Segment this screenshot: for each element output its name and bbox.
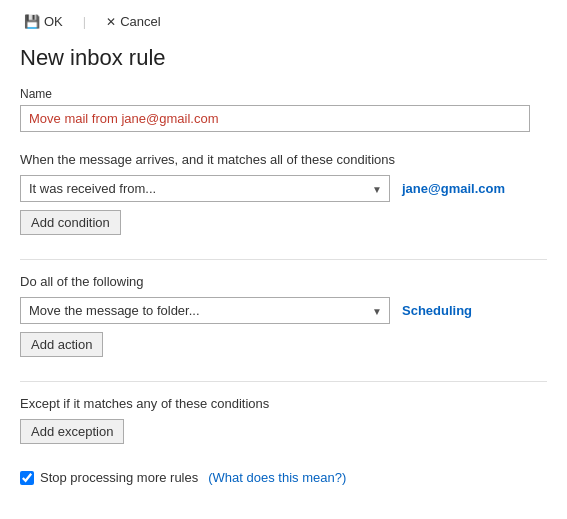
- conditions-dropdown-wrapper: It was received from... ▼: [20, 175, 390, 202]
- exceptions-section: Except if it matches any of these condit…: [20, 396, 547, 460]
- conditions-section: When the message arrives, and it matches…: [20, 152, 547, 251]
- stop-processing-label[interactable]: Stop processing more rules: [40, 470, 198, 485]
- actions-description: Do all of the following: [20, 274, 547, 289]
- actions-row: Move the message to folder... ▼ Scheduli…: [20, 297, 547, 324]
- stop-processing-checkbox[interactable]: [20, 471, 34, 485]
- name-label: Name: [20, 87, 547, 101]
- cancel-icon: ✕: [106, 15, 116, 29]
- actions-dropdown-wrapper: Move the message to folder... ▼: [20, 297, 390, 324]
- toolbar: 💾 OK | ✕ Cancel: [20, 12, 547, 31]
- conditions-dropdown[interactable]: It was received from...: [20, 175, 390, 202]
- what-does-this-mean-link[interactable]: (What does this mean?): [208, 470, 346, 485]
- save-icon: 💾: [24, 14, 40, 29]
- ok-button[interactable]: 💾 OK: [20, 12, 67, 31]
- actions-section: Do all of the following Move the message…: [20, 274, 547, 373]
- actions-link-value[interactable]: Scheduling: [402, 303, 472, 318]
- toolbar-separator: |: [83, 14, 86, 29]
- conditions-description: When the message arrives, and it matches…: [20, 152, 547, 167]
- name-input[interactable]: [20, 105, 530, 132]
- divider-2: [20, 381, 547, 382]
- add-action-button[interactable]: Add action: [20, 332, 103, 357]
- add-condition-button[interactable]: Add condition: [20, 210, 121, 235]
- stop-processing-row: Stop processing more rules (What does th…: [20, 470, 547, 485]
- name-section: Name: [20, 87, 547, 148]
- divider-1: [20, 259, 547, 260]
- cancel-label: Cancel: [120, 14, 160, 29]
- exceptions-description: Except if it matches any of these condit…: [20, 396, 547, 411]
- actions-dropdown[interactable]: Move the message to folder...: [20, 297, 390, 324]
- add-exception-button[interactable]: Add exception: [20, 419, 124, 444]
- cancel-button[interactable]: ✕ Cancel: [102, 12, 164, 31]
- ok-label: OK: [44, 14, 63, 29]
- conditions-row: It was received from... ▼ jane@gmail.com: [20, 175, 547, 202]
- page-title: New inbox rule: [20, 45, 547, 71]
- conditions-link-value[interactable]: jane@gmail.com: [402, 181, 505, 196]
